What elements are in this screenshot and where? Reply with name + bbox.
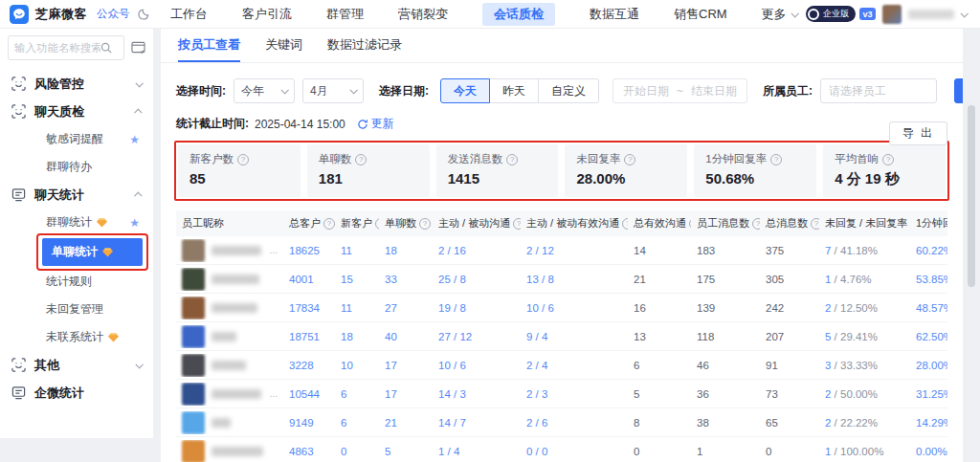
cell-new_customers[interactable]: 10 [335, 360, 379, 371]
cell-one_min_rate[interactable]: 28.00% [910, 360, 947, 371]
cell-active_passive[interactable]: 19 / 8 [433, 302, 521, 314]
cell-one_min_rate[interactable]: 53.85% [910, 274, 947, 285]
sidebar-item-未回复管理[interactable]: 未回复管理 [0, 296, 153, 323]
sidebar-search-box[interactable] [8, 35, 124, 60]
cell-unreplied[interactable]: 5 / 29.41% [819, 331, 910, 342]
tab-按员工查看[interactable]: 按员工查看 [178, 29, 240, 62]
tab-数据过滤记录[interactable]: 数据过滤记录 [327, 29, 402, 62]
cell-one_min_rate[interactable]: 62.50% [910, 331, 947, 342]
column-header-主动 / 被动有效沟通[interactable]: 主动 / 被动有效沟通? [521, 216, 628, 231]
cell-chat_count[interactable]: 17 [379, 388, 433, 400]
info-icon[interactable]: ? [624, 154, 635, 165]
cell-active_passive[interactable]: 25 / 8 [433, 274, 521, 285]
cell-chat_count[interactable]: 5 [379, 446, 433, 457]
cell-active_passive[interactable]: 14 / 3 [433, 388, 521, 400]
tab-关键词[interactable]: 关键词 [265, 29, 302, 62]
cell-total_customers[interactable]: 18625 [283, 245, 335, 256]
chevron-down-icon[interactable] [960, 10, 968, 17]
cell-chat_count[interactable]: 40 [379, 331, 433, 342]
user-avatar[interactable] [882, 5, 902, 24]
info-icon[interactable]: ? [419, 218, 431, 230]
date-button-昨天[interactable]: 昨天 [489, 78, 539, 103]
sidebar-item-统计规则[interactable]: 统计规则 [0, 268, 153, 296]
sidebar-group-其他[interactable]: 其他 [0, 351, 153, 379]
search-button[interactable]: 搜 索 [954, 78, 963, 103]
info-icon[interactable]: ? [770, 154, 782, 165]
cell-one_min_rate[interactable]: 31.25% [910, 388, 947, 400]
cell-active_passive_effective[interactable]: 2 / 4 [521, 360, 628, 371]
cell-chat_count[interactable]: 18 [379, 245, 433, 256]
nav-item-工作台[interactable]: 工作台 [170, 6, 208, 23]
cell-chat_count[interactable]: 33 [379, 274, 433, 285]
date-button-自定义[interactable]: 自定义 [538, 78, 599, 103]
sidebar-item-敏感词提醒[interactable]: 敏感词提醒★ [0, 125, 153, 153]
cell-active_passive[interactable]: 14 / 7 [433, 417, 521, 429]
cell-total_customers[interactable]: 3228 [283, 360, 335, 371]
date-range-input[interactable]: 开始日期 ~ 结束日期 [612, 78, 747, 103]
column-header-单聊数[interactable]: 单聊数? [379, 216, 433, 231]
cell-unreplied[interactable]: 2 / 22.22% [819, 417, 910, 429]
cell-active_passive[interactable]: 10 / 6 [433, 360, 521, 371]
cell-new_customers[interactable]: 0 [335, 446, 379, 457]
cell-active_passive_effective[interactable]: 10 / 6 [521, 302, 628, 314]
nav-item-更多[interactable]: 更多 [762, 6, 797, 23]
cell-new_customers[interactable]: 11 [335, 245, 379, 256]
info-icon[interactable]: ? [752, 218, 760, 230]
cell-total_customers[interactable]: 9149 [283, 417, 335, 429]
cell-unreplied[interactable]: 2 / 50.00% [819, 388, 910, 400]
date-button-今天[interactable]: 今天 [440, 78, 490, 103]
cell-total_customers[interactable]: 4001 [283, 274, 335, 285]
cell-chat_count[interactable]: 17 [379, 360, 433, 371]
brand-tag-link[interactable]: 公众号 [97, 7, 130, 21]
export-button[interactable]: 导 出 [889, 121, 947, 145]
cell-active_passive_effective[interactable]: 2 / 3 [521, 388, 628, 400]
info-icon[interactable]: ? [811, 218, 819, 230]
cell-one_min_rate[interactable]: 0.00% [910, 446, 947, 457]
cell-new_customers[interactable]: 18 [335, 331, 379, 342]
month-select[interactable]: 4月 [302, 78, 364, 103]
cell-active_passive[interactable]: 1 / 4 [433, 446, 521, 457]
cell-unreplied[interactable]: 7 / 41.18% [819, 245, 910, 256]
column-header-总消息数[interactable]: 总消息数? [760, 216, 819, 231]
cell-total_customers[interactable]: 10544 [283, 388, 335, 400]
column-header-1分钟回复率[interactable]: 1分钟回复率? [910, 216, 947, 231]
cell-active_passive[interactable]: 2 / 16 [433, 245, 521, 256]
cell-active_passive_effective[interactable]: 0 / 0 [521, 446, 628, 457]
sidebar-group-聊天统计[interactable]: 聊天统计 [0, 181, 153, 209]
cell-one_min_rate[interactable]: 48.57% [910, 302, 947, 314]
nav-item-数据互通[interactable]: 数据互通 [590, 6, 639, 23]
sidebar-item-未联系统计[interactable]: 未联系统计 [0, 323, 153, 351]
info-icon[interactable]: ? [323, 218, 335, 230]
cell-new_customers[interactable]: 15 [335, 274, 379, 285]
cell-unreplied[interactable]: 1 / 4.76% [819, 274, 910, 285]
sidebar-search-input[interactable] [14, 42, 100, 54]
cell-total_customers[interactable]: 4863 [283, 446, 335, 457]
employee-select-input[interactable] [820, 78, 937, 103]
info-icon[interactable]: ? [882, 154, 894, 165]
refresh-link[interactable]: 更新 [357, 116, 394, 132]
cell-active_passive_effective[interactable]: 2 / 6 [521, 417, 628, 429]
column-header-主动 / 被动沟通[interactable]: 主动 / 被动沟通? [433, 216, 521, 231]
nav-item-会话质检[interactable]: 会话质检 [482, 3, 555, 26]
sidebar-group-企微统计[interactable]: 企微统计 [0, 379, 153, 407]
info-icon[interactable]: ? [506, 154, 518, 165]
cell-chat_count[interactable]: 27 [379, 302, 433, 314]
info-icon[interactable]: ? [355, 154, 367, 165]
cell-total_customers[interactable]: 17834 [283, 302, 335, 314]
sidebar-group-风险管控[interactable]: 风险管控 [0, 70, 153, 98]
sidebar-group-聊天质检[interactable]: 聊天质检 [0, 98, 153, 125]
cell-active_passive_effective[interactable]: 9 / 4 [521, 331, 628, 342]
sidebar-item-群聊待办[interactable]: 群聊待办 [0, 153, 153, 181]
sidebar-item-单聊统计[interactable]: 单聊统计 [0, 236, 153, 268]
column-header-总有效沟通[interactable]: 总有效沟通? [628, 216, 691, 231]
year-select[interactable]: 今年 [234, 78, 295, 103]
info-icon[interactable]: ? [237, 154, 249, 165]
nav-item-群管理[interactable]: 群管理 [326, 6, 364, 23]
column-header-未回复 / 未回复率[interactable]: 未回复 / 未回复率? [819, 216, 910, 231]
cell-active_passive_effective[interactable]: 13 / 8 [521, 274, 628, 285]
cell-unreplied[interactable]: 3 / 33.33% [819, 360, 910, 371]
sidebar-item-群聊统计[interactable]: 群聊统计★ [0, 209, 153, 236]
nav-item-销售CRM[interactable]: 销售CRM [674, 6, 727, 23]
scrollbar-thumb[interactable] [968, 105, 975, 287]
cell-one_min_rate[interactable]: 14.29% [910, 417, 947, 429]
